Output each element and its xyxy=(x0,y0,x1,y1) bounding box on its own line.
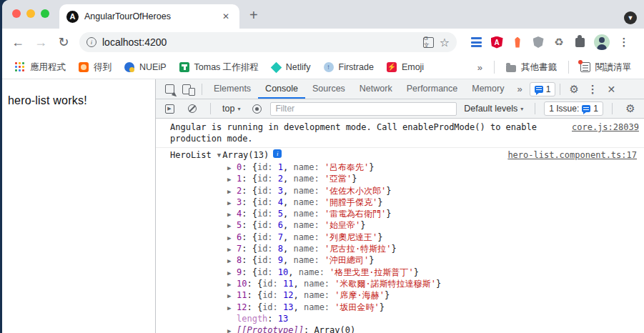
bookmarks-overflow-icon[interactable]: » xyxy=(472,62,488,73)
expand-triangle-icon[interactable]: ▶ xyxy=(227,244,237,255)
live-expression-eye-icon[interactable] xyxy=(247,99,266,118)
array-summary[interactable]: Array(13) xyxy=(222,149,269,161)
translate-icon[interactable]: G文 xyxy=(423,37,434,48)
key-name: name: xyxy=(294,174,319,184)
array-item-row[interactable]: ▶0: {id: 1, name: '呂布奉先'} xyxy=(156,161,644,173)
array-item-row[interactable]: ▶7: {id: 8, name: '尼古拉·特斯拉'} xyxy=(156,243,644,254)
value-name: '尼古拉·特斯拉' xyxy=(325,244,392,254)
browser-tab[interactable]: A AngularTourOfHeroes ✕ xyxy=(59,4,239,29)
expand-triangle-icon[interactable]: ▶ xyxy=(227,279,237,290)
collapse-triangle-icon[interactable]: ▼ xyxy=(217,149,221,161)
lighthouse-extension-icon[interactable] xyxy=(511,36,524,49)
expand-triangle-icon[interactable]: ▶ xyxy=(227,197,237,209)
devtools-tab-performance[interactable]: Performance xyxy=(400,79,465,99)
array-item-row[interactable]: ▶1: {id: 2, name: '亞當'} xyxy=(156,173,644,184)
bookmark-label: Tomas 工作排程 xyxy=(194,61,259,74)
expand-triangle-icon[interactable]: ▶ xyxy=(227,325,237,333)
bookmark-item[interactable]: Tomas 工作排程 xyxy=(174,59,264,76)
reading-list-button[interactable]: 閱讀清單 xyxy=(575,59,637,76)
close-window-button[interactable] xyxy=(12,9,21,18)
array-item-row[interactable]: ▶4: {id: 5, name: '雷電為右衛門'} xyxy=(156,208,644,219)
punct: , xyxy=(288,267,298,277)
punct: : { xyxy=(242,232,257,242)
punct: } xyxy=(386,209,391,219)
console-settings-icon[interactable]: ⚙ xyxy=(621,99,640,118)
bookmark-item[interactable]: Firstrade xyxy=(318,60,380,74)
punct xyxy=(278,290,283,300)
bookmark-item[interactable]: Netlify xyxy=(266,60,317,74)
hamburger-extension-icon[interactable] xyxy=(470,36,482,49)
tab-overview-button[interactable]: ▼ xyxy=(624,11,637,24)
clear-console-icon[interactable] xyxy=(183,99,202,118)
issues-button[interactable]: 1 Issue: 1 xyxy=(544,101,603,116)
prototype-row[interactable]: ▶[[Prototype]]: Array(0) xyxy=(156,324,644,333)
punct: : { xyxy=(242,162,257,172)
array-item-row[interactable]: ▶6: {id: 7, name: '列奧尼達王'} xyxy=(156,232,644,243)
devtools-menu-icon[interactable]: ⋮ xyxy=(583,80,602,99)
devtools-tab-console[interactable]: Console xyxy=(258,79,305,99)
bookmark-star-icon[interactable]: ☆ xyxy=(440,36,450,49)
expand-triangle-icon[interactable]: ▶ xyxy=(227,255,237,267)
device-toolbar-icon[interactable] xyxy=(179,80,197,99)
expand-triangle-icon[interactable]: ▶ xyxy=(227,220,237,232)
devtools-settings-icon[interactable]: ⚙ xyxy=(565,80,583,99)
array-item-row[interactable]: ▶5: {id: 6, name: '始皇帝'} xyxy=(156,219,644,231)
devtools-close-icon[interactable]: ✕ xyxy=(602,80,620,99)
forward-button[interactable]: → xyxy=(31,32,51,52)
other-bookmarks-button[interactable]: 其他書籤 xyxy=(500,59,563,76)
more-panels-icon[interactable]: » xyxy=(511,84,527,94)
bookmark-item[interactable]: 得到 xyxy=(73,59,117,76)
expand-triangle-icon[interactable]: ▶ xyxy=(227,232,237,244)
expand-triangle-icon[interactable]: ▶ xyxy=(227,174,237,185)
console-filter-input[interactable] xyxy=(270,102,457,116)
expand-triangle-icon[interactable]: ▶ xyxy=(227,186,237,197)
console-log: Angular is running in development mode. … xyxy=(156,119,644,333)
recycle-extension-icon[interactable]: ♻ xyxy=(553,36,565,49)
context-selector[interactable]: top▾ xyxy=(219,104,243,114)
source-link[interactable]: core.js:28039 xyxy=(572,121,639,133)
devtools-messages-badge[interactable]: 1 xyxy=(530,82,556,96)
address-bar[interactable]: i localhost:4200 G文 ☆ xyxy=(79,32,457,52)
devtools-tab-sources[interactable]: Sources xyxy=(305,79,352,99)
back-button[interactable]: ← xyxy=(8,32,28,52)
zoom-window-button[interactable] xyxy=(41,9,49,18)
reload-button[interactable]: ↻ xyxy=(54,32,74,52)
source-link[interactable]: hero-list.component.ts:17 xyxy=(507,149,637,161)
array-item-row[interactable]: ▶2: {id: 3, name: '佐佐木小次郎'} xyxy=(156,185,644,197)
array-item-row[interactable]: ▶9: {id: 10, name: '格里戈里·拉斯普丁'} xyxy=(156,267,644,278)
bookmark-item[interactable]: 應用程式 xyxy=(9,59,71,76)
i-nueip-icon xyxy=(124,62,134,72)
punct: } xyxy=(369,255,374,265)
expand-triangle-icon[interactable]: ▶ xyxy=(227,302,237,314)
array-item-row[interactable]: ▶3: {id: 4, name: '開膛手傑克'} xyxy=(156,197,644,208)
traffic-lights xyxy=(12,9,49,18)
log-levels-selector[interactable]: Default levels▾ xyxy=(461,104,526,114)
devtools-tab-network[interactable]: Network xyxy=(352,79,400,99)
array-item-row[interactable]: ▶11: {id: 12, name: '席摩·海赫'} xyxy=(156,289,644,301)
key-id: id: xyxy=(262,290,278,300)
bookmark-item[interactable]: NUEiP xyxy=(119,60,172,74)
expand-triangle-icon[interactable]: ▶ xyxy=(227,267,237,279)
devtools-tab-elements[interactable]: Elements xyxy=(207,79,258,99)
url-text[interactable]: localhost:4200 xyxy=(102,36,417,48)
shield-extension-icon[interactable] xyxy=(532,36,545,49)
minimize-window-button[interactable] xyxy=(26,9,35,18)
expand-triangle-icon[interactable]: ▶ xyxy=(227,290,237,302)
tab-close-icon[interactable]: ✕ xyxy=(219,10,232,23)
console-sidebar-toggle-icon[interactable]: ▶ xyxy=(160,99,179,118)
profile-avatar[interactable] xyxy=(594,34,610,50)
array-item-row[interactable]: ▶8: {id: 9, name: '沖田總司'} xyxy=(156,254,644,266)
bookmark-item[interactable]: Emoji xyxy=(381,60,430,74)
extensions-puzzle-icon[interactable] xyxy=(573,36,586,49)
inspect-element-icon[interactable] xyxy=(160,80,179,99)
site-info-icon[interactable]: i xyxy=(86,37,96,47)
array-item-row[interactable]: ▶10: {id: 11, name: '米歇爾·諾斯特拉達穆斯'} xyxy=(156,278,644,289)
chrome-menu-icon[interactable]: ⋮ xyxy=(618,36,630,49)
new-tab-button[interactable]: + xyxy=(249,6,258,24)
expand-triangle-icon[interactable]: ▶ xyxy=(227,209,237,220)
punct: , xyxy=(283,162,293,172)
array-item-row[interactable]: ▶12: {id: 13, name: '坂田金時'} xyxy=(156,302,644,313)
expand-triangle-icon[interactable]: ▶ xyxy=(227,162,237,174)
devtools-tab-memory[interactable]: Memory xyxy=(465,79,511,99)
angular-devtools-extension-icon[interactable]: A xyxy=(490,36,503,49)
